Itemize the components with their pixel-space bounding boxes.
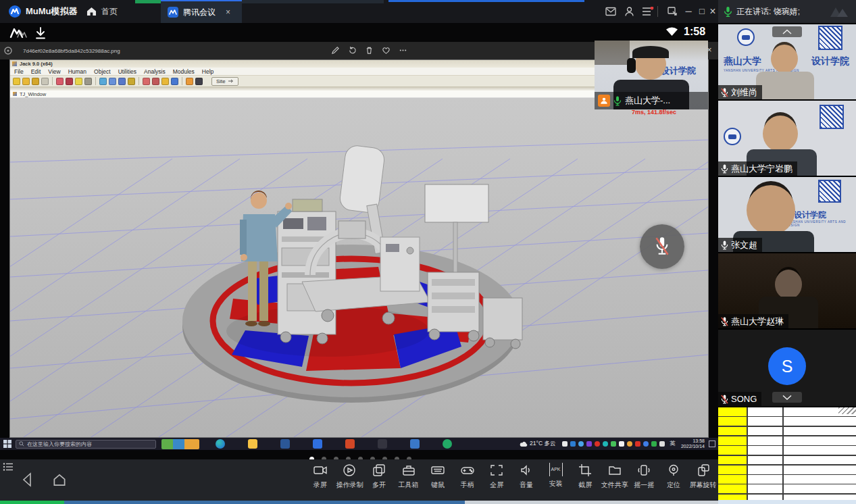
toolbar-volume[interactable]: 音量	[511, 463, 541, 490]
meeting-app-logo-icon[interactable]	[9, 27, 27, 39]
app-icon	[313, 439, 322, 449]
sidebar-header: 正在讲话: 饶琬婧;	[718, 0, 856, 23]
folder-icon	[607, 463, 622, 478]
notification-center-icon	[709, 440, 715, 447]
more-icon[interactable]	[399, 46, 407, 55]
toolbar-label: 定位	[667, 480, 680, 490]
scroll-down-button[interactable]	[772, 392, 802, 403]
toolbar-file-share[interactable]: 文件共享	[600, 463, 630, 490]
tool-icon	[75, 78, 82, 85]
volume-icon	[519, 463, 534, 478]
delete-icon[interactable]	[365, 46, 374, 55]
tool-icon	[32, 78, 39, 85]
scroll-up-button[interactable]	[772, 26, 802, 37]
participant-video[interactable]: 与设计学院 YANSHAN UNIVERSITY ARTS AND DESIGN…	[718, 177, 856, 252]
menu-help: Help	[202, 68, 213, 75]
favorite-icon[interactable]	[382, 46, 391, 55]
location-pin-icon	[666, 463, 681, 478]
headphones-band	[632, 46, 669, 58]
app-icon	[378, 439, 387, 449]
tab-close-icon[interactable]: ×	[226, 7, 230, 17]
toolbar-location[interactable]: 定位	[659, 463, 688, 490]
rotate-icon[interactable]	[348, 46, 357, 55]
menu-analysis: Analysis	[144, 68, 166, 75]
toolbar-label: 屏幕旋转	[690, 480, 717, 490]
toolbar-shake[interactable]: 摇一摇	[630, 463, 659, 490]
menu-icon[interactable]	[642, 7, 654, 16]
tab-tencent-meeting[interactable]: 腾讯会议 ×	[161, 0, 242, 23]
highlighted-column	[718, 407, 747, 500]
chevron-up-icon	[782, 29, 792, 34]
participant-label: 燕山大学宁岩鹏	[718, 161, 797, 176]
tray-icon	[586, 441, 592, 447]
design-school-logo	[820, 181, 840, 201]
android-back-button[interactable]	[20, 472, 35, 488]
self-view-video[interactable]: 设计学院 燕山大学-...	[595, 41, 708, 109]
menu-modules: Modules	[173, 68, 195, 75]
toolbar-screenshot[interactable]: 截屏	[570, 463, 600, 490]
sidebar-list-icon[interactable]	[3, 462, 14, 472]
jack-3d-viewport[interactable]: 7ms, 141.8f/sec	[10, 98, 708, 437]
toolbar-fullscreen[interactable]: 全屏	[482, 463, 512, 490]
banner-text-en: YANSHAN UNIVERSITY ARTS AND DESIGN	[786, 220, 856, 227]
divider	[139, 77, 139, 85]
android-home-button[interactable]	[51, 472, 68, 488]
photos-icon	[410, 439, 420, 449]
participant-video[interactable]: 燕山大学宁岩鹏	[718, 101, 856, 176]
toolbar-install-apk[interactable]: APK 安装	[541, 463, 571, 490]
toolbar-macro-record[interactable]: 操作录制	[335, 463, 365, 490]
toolbar-rotate-screen[interactable]: 屏幕旋转	[688, 463, 718, 490]
tool-icon	[186, 78, 193, 85]
speaking-label: 正在讲话: 饶琬婧;	[736, 6, 800, 18]
weather-cloud-icon	[520, 441, 528, 447]
participant-name: 刘维尚	[731, 86, 757, 99]
menu-edit: Edit	[31, 68, 41, 75]
search-placeholder: 在这里输入你要搜索的内容	[27, 440, 92, 448]
background-spreadsheet[interactable]	[718, 407, 856, 504]
tray-icon	[578, 441, 584, 447]
toolbar-gamepad[interactable]: 手柄	[453, 463, 482, 490]
tool-icon	[13, 78, 20, 85]
resize-window-icon[interactable]	[668, 7, 678, 16]
toolbar-multi-instance[interactable]: 多开	[364, 463, 394, 490]
grid-line	[782, 407, 784, 500]
participant-name: 燕山大学赵琳	[731, 316, 784, 328]
chevron-down-icon	[782, 395, 792, 400]
participant-video[interactable]: 燕山大学赵琳	[718, 253, 856, 328]
toolbar-toolbox[interactable]: 工具箱	[394, 463, 424, 490]
minimize-button[interactable]: ─	[681, 0, 696, 23]
toolbar-label: 摇一摇	[634, 480, 654, 490]
university-seal-logo	[724, 128, 741, 145]
background-taskbar-sliver	[0, 501, 64, 504]
participant-name: 张文超	[731, 239, 757, 251]
site-label: Site	[216, 78, 226, 84]
shared-screen-jack-window: Jack 9.0 (x64) File Edit View Human Obje…	[9, 59, 709, 438]
mic-on-icon	[721, 164, 728, 174]
edit-icon[interactable]	[331, 46, 340, 55]
download-icon[interactable]	[34, 27, 47, 40]
toolbar-record-screen[interactable]: 录屏	[305, 463, 335, 490]
mic-muted-icon	[721, 317, 728, 326]
university-seal-logo	[737, 28, 755, 46]
toolbar-label: 手柄	[461, 480, 474, 490]
participant-video[interactable]: 燕山大学 设计学院 YANSHAN UNIVERSITY ARTS AND DE…	[718, 24, 856, 99]
mail-icon[interactable]	[605, 7, 616, 16]
person-icon	[600, 97, 608, 105]
wifi-icon	[665, 27, 678, 36]
background-window-sliver	[388, 0, 584, 2]
toolbar-label: 截屏	[578, 480, 592, 490]
toolbar-label: 键鼠	[431, 480, 445, 490]
jack-app-icon	[12, 61, 17, 66]
participant-video[interactable]: S SONG	[718, 330, 856, 406]
toolbar-keymapping[interactable]: 键鼠	[423, 463, 453, 490]
screen: MuMu模拟器 首页 腾讯会议 ×	[0, 0, 856, 504]
floating-mic-muted-button[interactable]	[640, 224, 684, 269]
tool-icon	[41, 78, 49, 85]
tool-icon	[143, 78, 150, 85]
mumu-logo-icon	[8, 5, 22, 18]
design-school-logo	[821, 106, 842, 128]
app-title: MuMu模拟器	[26, 0, 78, 23]
toolbox-icon	[401, 463, 416, 478]
account-icon[interactable]	[624, 6, 634, 17]
tab-home[interactable]: 首页	[80, 0, 124, 23]
